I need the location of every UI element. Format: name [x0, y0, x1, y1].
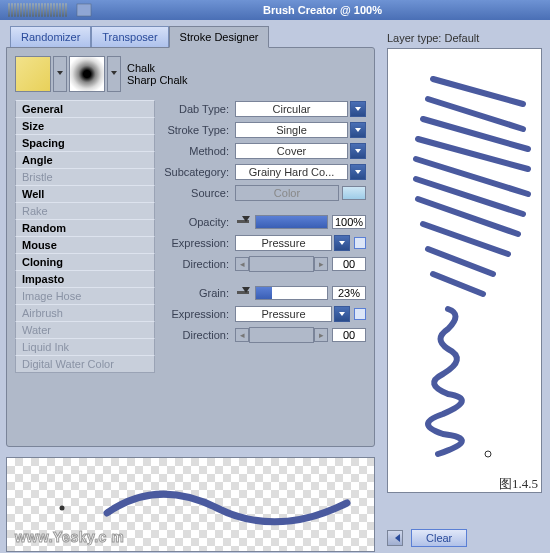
category-item[interactable]: Random [15, 219, 155, 237]
category-item[interactable]: Cloning [15, 253, 155, 271]
svg-point-1 [60, 506, 65, 511]
dab-type-label: Dab Type: [163, 103, 235, 115]
category-item[interactable]: Impasto [15, 270, 155, 288]
direction2-label: Direction: [163, 329, 235, 341]
direction2-left: ◂ [235, 328, 249, 342]
subcategory-dropdown[interactable] [350, 164, 366, 180]
grain-slider[interactable] [255, 286, 328, 300]
method-label: Method: [163, 145, 235, 157]
titlebar: Brush Creator @ 100% [0, 0, 550, 20]
expression2-field[interactable]: Pressure [235, 306, 332, 322]
category-item[interactable]: Rake [15, 202, 155, 220]
opacity-value[interactable]: 100% [332, 215, 366, 229]
direction2-right: ▸ [314, 328, 328, 342]
dab-type-dropdown[interactable] [350, 101, 366, 117]
brush-names: Chalk Sharp Chalk [127, 62, 188, 86]
stroke-type-field[interactable]: Single [235, 122, 348, 138]
figure-label: 图1.4.5 [499, 475, 538, 493]
watermark: www.Yesky.c m [15, 529, 124, 545]
stroke-designer-panel: Chalk Sharp Chalk GeneralSizeSpacingAngl… [6, 47, 375, 447]
direction1-value[interactable]: 00 [332, 257, 366, 271]
category-item[interactable]: Liquid Ink [15, 338, 155, 356]
category-item[interactable]: Digital Water Color [15, 355, 155, 373]
expression1-label: Expression: [163, 237, 235, 249]
direction1-left: ◂ [235, 257, 249, 271]
dab-type-field[interactable]: Circular [235, 101, 348, 117]
subcategory-label: Subcategory: [163, 166, 235, 178]
canvas-stroke [388, 49, 543, 494]
slider-icon [235, 215, 253, 229]
stroke-type-dropdown[interactable] [350, 122, 366, 138]
subcategory-field[interactable]: Grainy Hard Co... [235, 164, 348, 180]
brush-name: Chalk [127, 62, 188, 74]
brush-variant-name: Sharp Chalk [127, 74, 188, 86]
stroke-type-label: Stroke Type: [163, 124, 235, 136]
opacity-label: Opacity: [163, 216, 235, 228]
expression1-checkbox[interactable] [354, 237, 366, 249]
source-label: Source: [163, 187, 235, 199]
properties-pane: Dab Type:Circular Stroke Type:Single Met… [163, 100, 366, 372]
tab-randomizer[interactable]: Randomizer [10, 26, 91, 47]
expression1-field[interactable]: Pressure [235, 235, 332, 251]
expression2-checkbox[interactable] [354, 308, 366, 320]
category-item[interactable]: Size [15, 117, 155, 135]
stroke-preview: www.Yesky.c m [6, 457, 375, 552]
direction2-track [249, 327, 314, 343]
expression2-dropdown[interactable] [334, 306, 350, 322]
clear-button[interactable]: Clear [411, 529, 467, 547]
grain-label: Grain: [163, 287, 235, 299]
direction1-track [249, 256, 314, 272]
slider-icon [235, 286, 253, 300]
direction1-label: Direction: [163, 258, 235, 270]
svg-point-2 [485, 451, 491, 457]
tab-bar: Randomizer Transposer Stroke Designer [10, 26, 375, 47]
category-item[interactable]: Angle [15, 151, 155, 169]
category-item[interactable]: Water [15, 321, 155, 339]
grip-icon[interactable] [75, 2, 95, 18]
tab-stroke-designer[interactable]: Stroke Designer [169, 26, 270, 48]
category-item[interactable]: Airbrush [15, 304, 155, 322]
rivets-decoration [8, 3, 67, 17]
brush-variant-dropdown[interactable] [107, 56, 121, 92]
direction2-value[interactable]: 00 [332, 328, 366, 342]
source-field: Color [235, 185, 339, 201]
layer-type-label: Layer type: Default [387, 32, 542, 44]
brush-category-dropdown[interactable] [53, 56, 67, 92]
category-item[interactable]: Image Hose [15, 287, 155, 305]
source-color-swatch[interactable] [342, 186, 366, 200]
category-item[interactable]: Mouse [15, 236, 155, 254]
category-item[interactable]: General [15, 100, 155, 118]
tab-transposer[interactable]: Transposer [91, 26, 168, 47]
expression2-label: Expression: [163, 308, 235, 320]
grain-value[interactable]: 23% [332, 286, 366, 300]
expression1-dropdown[interactable] [334, 235, 350, 251]
svg-rect-0 [77, 4, 91, 16]
direction1-right: ▸ [314, 257, 328, 271]
method-dropdown[interactable] [350, 143, 366, 159]
category-list: GeneralSizeSpacingAngleBristleWellRakeRa… [15, 100, 155, 372]
brush-category-swatch[interactable] [15, 56, 51, 92]
brush-variant-swatch[interactable] [69, 56, 105, 92]
scroll-left-button[interactable] [387, 530, 403, 546]
preview-canvas[interactable] [387, 48, 542, 493]
opacity-slider[interactable] [255, 215, 328, 229]
category-item[interactable]: Well [15, 185, 155, 203]
category-item[interactable]: Spacing [15, 134, 155, 152]
category-item[interactable]: Bristle [15, 168, 155, 186]
window-title: Brush Creator @ 100% [95, 4, 550, 16]
method-field[interactable]: Cover [235, 143, 348, 159]
